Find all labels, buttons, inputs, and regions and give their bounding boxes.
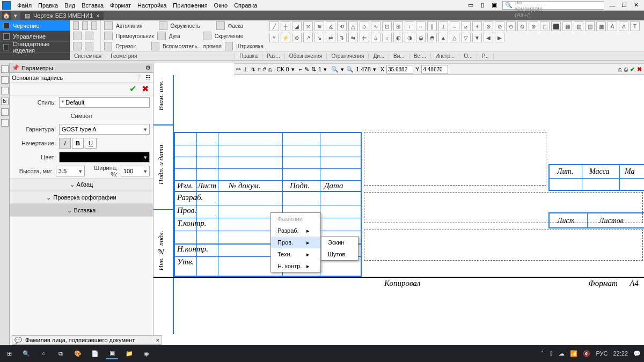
lefttab-standard[interactable]: Стандартные изделия: [0, 42, 70, 53]
maximize-icon[interactable]: ☐: [620, 2, 628, 9]
close-tab-icon[interactable]: ×: [96, 12, 99, 19]
ctx-header: Фамилии: [271, 213, 320, 225]
rect-icon[interactable]: [104, 32, 113, 40]
snap-icon[interactable]: ✏: [236, 66, 241, 73]
ctx-item-tehn[interactable]: Техн.▸: [271, 248, 320, 260]
menu-window[interactable]: Окно: [211, 1, 231, 10]
search-taskbar-icon[interactable]: 🔍: [20, 348, 32, 359]
submenu-eskin[interactable]: Эскин: [321, 237, 358, 248]
document-tab-bar: 🏠 ▾ ▤ Чертеж БЕЗ ИМЕНИ1 ×: [0, 11, 644, 20]
chamfer-icon[interactable]: [216, 21, 225, 30]
accept-icon[interactable]: ✔: [129, 84, 136, 94]
ctx-item-nkontr[interactable]: Н. контр.▸: [271, 260, 320, 272]
clock[interactable]: 22:22: [613, 350, 628, 357]
bluetooth-icon[interactable]: ᛒ: [550, 350, 553, 357]
print-icon[interactable]: [73, 32, 82, 40]
close-icon[interactable]: ✕: [632, 2, 640, 9]
explorer-icon[interactable]: 📁: [123, 348, 135, 359]
wifi-icon[interactable]: 📶: [570, 350, 577, 357]
app1-icon[interactable]: 🎨: [72, 348, 84, 359]
lang-indicator[interactable]: РУС: [596, 350, 608, 357]
cortana-icon[interactable]: ○: [38, 348, 49, 359]
hint-close-icon[interactable]: ×: [156, 337, 159, 343]
canvas[interactable]: ✏⊥↯⌗#⎌ СК 0▾ ⌐✎⇅1▾ 🔍▾🔍1.478▾ XY ⎌⎙✔✖ Вза…: [153, 63, 644, 345]
italic-button[interactable]: I: [59, 138, 71, 149]
tray-up-icon[interactable]: ˄: [541, 350, 544, 357]
menu-apps[interactable]: Приложения: [170, 1, 210, 10]
cs-field[interactable]: СК 0: [276, 66, 289, 72]
gear-icon[interactable]: ⚙: [145, 64, 151, 71]
preview-icon[interactable]: [85, 32, 93, 40]
tab-dropdown-icon[interactable]: ▾: [14, 12, 17, 19]
underline-button[interactable]: U: [85, 138, 97, 149]
start-icon[interactable]: ⊞: [3, 348, 15, 359]
redo-icon[interactable]: [85, 42, 93, 50]
fillet-icon[interactable]: [203, 32, 211, 40]
save-icon[interactable]: [91, 21, 97, 30]
undo-icon[interactable]: [73, 42, 82, 50]
dashed-box-3[interactable]: [364, 230, 643, 261]
height-field[interactable]: 3.5▾: [56, 166, 85, 176]
reject-icon[interactable]: ✖: [142, 84, 149, 94]
ctx-item-prov[interactable]: Пров.▸: [271, 237, 320, 248]
zoom-value[interactable]: 1.478: [356, 66, 371, 72]
y-coord[interactable]: [421, 65, 448, 73]
gutter-icon[interactable]: [1, 65, 9, 73]
section-insert[interactable]: ⌄Вставка: [10, 204, 153, 217]
tool-icon[interactable]: ╱: [269, 21, 279, 31]
font-field[interactable]: GOST type A▾: [59, 124, 150, 135]
confirm-icon[interactable]: ✔: [630, 66, 635, 73]
menu-view[interactable]: Вид: [61, 1, 78, 10]
section-paragraph[interactable]: ⌄Абзац: [10, 178, 153, 191]
pin-icon[interactable]: 📌: [12, 64, 19, 71]
arc-icon[interactable]: [157, 32, 166, 40]
menu-file[interactable]: Файл: [14, 1, 35, 10]
minimize-icon[interactable]: —: [609, 2, 616, 9]
cancel-icon[interactable]: ✖: [637, 66, 642, 73]
titleblock-right-top[interactable]: Лит. Масса Ма: [548, 164, 644, 191]
menu-edit[interactable]: Правка: [35, 1, 61, 10]
segment-icon[interactable]: [104, 42, 112, 50]
x-coord[interactable]: [386, 65, 413, 73]
titleblock-right-bot[interactable]: Лист Листов: [548, 212, 644, 228]
lefttab-drawing[interactable]: Черчение: [0, 20, 70, 31]
home-tab[interactable]: 🏠: [2, 11, 11, 20]
layout-icon-2[interactable]: ▯: [479, 2, 486, 9]
taskview-icon[interactable]: ⧉: [55, 348, 67, 359]
menu-settings[interactable]: Настройка: [134, 1, 170, 10]
search-commands-input[interactable]: 🔍Поиск по командам (Alt+/): [502, 1, 604, 10]
help-icon[interactable]: ❔: [135, 74, 142, 81]
auxline-icon[interactable]: [151, 42, 159, 50]
document-tab[interactable]: ▤ Чертеж БЕЗ ИМЕНИ1 ×: [20, 12, 104, 20]
app2-icon[interactable]: 📄: [89, 348, 101, 359]
menu-format[interactable]: Формат: [107, 1, 134, 10]
new-icon[interactable]: [73, 21, 79, 30]
layout-icon-3[interactable]: ▣: [491, 2, 498, 9]
footer-kopiroval: Копировал: [384, 279, 420, 288]
ctx-item-razrab[interactable]: Разраб.▸: [271, 225, 320, 237]
open-icon[interactable]: [82, 21, 88, 30]
sound-icon[interactable]: 🔇: [583, 350, 590, 357]
notifications-icon[interactable]: 💬: [633, 350, 641, 357]
menu-help[interactable]: Справка: [231, 1, 260, 10]
hatch-icon[interactable]: [225, 42, 233, 50]
zoom-icon[interactable]: 🔍: [331, 66, 339, 73]
submenu-shutov[interactable]: Шутов: [321, 248, 358, 260]
circle-icon[interactable]: [159, 21, 167, 30]
width-field[interactable]: 100▾: [121, 166, 150, 176]
cloud-icon[interactable]: ☁: [559, 350, 565, 357]
menu-insert[interactable]: Вставка: [78, 1, 107, 10]
color-field[interactable]: ▾: [59, 152, 150, 162]
app3-icon[interactable]: ▣: [106, 348, 118, 359]
app-icon: [2, 1, 11, 10]
style-field[interactable]: * Default: [59, 97, 150, 108]
tree-icon[interactable]: ☷: [145, 74, 151, 81]
dashed-box-1[interactable]: [364, 132, 546, 186]
bold-button[interactable]: B: [72, 138, 84, 149]
context-submenu-names: Эскин Шутов: [321, 236, 358, 261]
autoline-icon[interactable]: [104, 21, 113, 30]
section-spellcheck[interactable]: ⌄Проверка орфографии: [10, 191, 153, 204]
app4-icon[interactable]: ◉: [141, 348, 152, 359]
info-icon: 💬: [14, 337, 22, 344]
layout-icon-1[interactable]: ▭: [467, 2, 474, 9]
